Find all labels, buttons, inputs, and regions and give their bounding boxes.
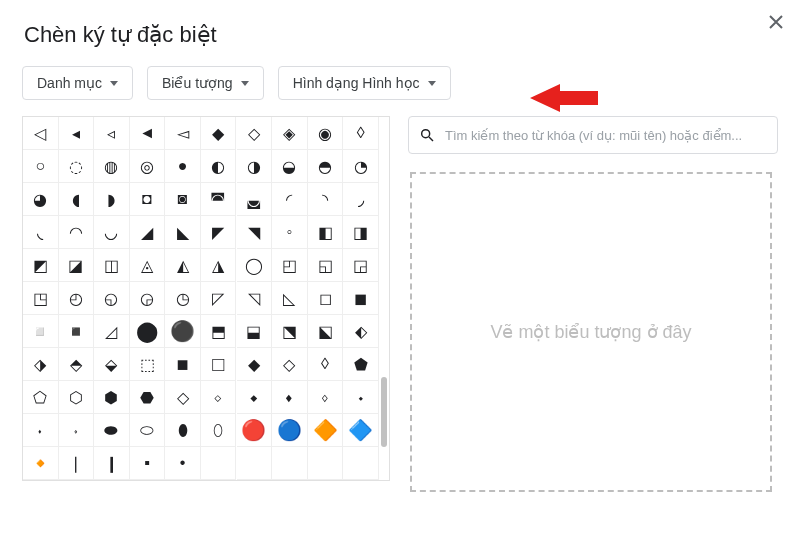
char-cell[interactable]: ◺	[272, 282, 308, 315]
char-cell[interactable]: ▪	[130, 447, 166, 480]
char-cell[interactable]: ⬪	[23, 414, 59, 447]
char-cell[interactable]: ◝	[308, 183, 344, 216]
char-cell[interactable]: ◤	[201, 216, 237, 249]
char-cell[interactable]: ◩	[23, 249, 59, 282]
char-cell[interactable]: ◎	[130, 150, 166, 183]
char-cell[interactable]: ⬙	[94, 348, 130, 381]
char-cell[interactable]: ◇	[165, 381, 201, 414]
char-cell[interactable]: ◑	[237, 150, 273, 183]
char-cell[interactable]: ⬒	[201, 315, 237, 348]
char-cell[interactable]: ◨	[343, 216, 379, 249]
char-cell[interactable]: ◦	[272, 216, 308, 249]
char-cell[interactable]: ⬚	[130, 348, 166, 381]
char-cell[interactable]: ⬔	[272, 315, 308, 348]
char-cell[interactable]: ❘	[59, 447, 95, 480]
char-cell[interactable]: ⬮	[165, 414, 201, 447]
char-cell[interactable]: ●	[165, 150, 201, 183]
char-cell[interactable]: ⬟	[343, 348, 379, 381]
char-cell[interactable]: ◥	[237, 216, 273, 249]
char-cell[interactable]: ⬘	[59, 348, 95, 381]
char-cell[interactable]: ◮	[201, 249, 237, 282]
char-cell[interactable]: ⬠	[23, 381, 59, 414]
char-cell[interactable]: 🔸	[23, 447, 59, 480]
char-cell[interactable]: ⬭	[130, 414, 166, 447]
char-cell[interactable]: ◙	[165, 183, 201, 216]
dropdown-category[interactable]: Danh mục	[22, 66, 133, 100]
char-cell[interactable]: ◗	[94, 183, 130, 216]
char-cell[interactable]: ◵	[94, 282, 130, 315]
char-cell[interactable]: ◣	[165, 216, 201, 249]
char-cell[interactable]: ⬯	[201, 414, 237, 447]
char-cell[interactable]: ◍	[94, 150, 130, 183]
char-cell[interactable]: ◇	[272, 348, 308, 381]
char-cell[interactable]: ■	[165, 348, 201, 381]
char-cell[interactable]: ⬬	[94, 414, 130, 447]
char-cell[interactable]: ⬣	[130, 381, 166, 414]
char-cell[interactable]: ◸	[201, 282, 237, 315]
char-cell[interactable]: ◿	[94, 315, 130, 348]
char-cell[interactable]: ⬥	[237, 381, 273, 414]
char-cell[interactable]: ◴	[59, 282, 95, 315]
char-cell[interactable]: ◃	[94, 117, 130, 150]
char-cell[interactable]: ◘	[130, 183, 166, 216]
char-cell[interactable]: ⬖	[343, 315, 379, 348]
char-cell[interactable]: •	[165, 447, 201, 480]
char-cell[interactable]: ◢	[130, 216, 166, 249]
char-cell[interactable]: ◟	[23, 216, 59, 249]
char-cell[interactable]: ◾	[59, 315, 95, 348]
char-cell[interactable]: ◆	[201, 117, 237, 150]
char-cell[interactable]: ◡	[94, 216, 130, 249]
char-cell[interactable]: ◓	[308, 150, 344, 183]
char-cell[interactable]: ◶	[130, 282, 166, 315]
char-cell[interactable]: ◁	[23, 117, 59, 150]
char-cell[interactable]: ◐	[201, 150, 237, 183]
char-cell[interactable]: ⚫	[165, 315, 201, 348]
char-cell[interactable]: ◊	[308, 348, 344, 381]
scrollbar-thumb[interactable]	[381, 377, 387, 447]
char-cell[interactable]: 🔵	[272, 414, 308, 447]
char-cell[interactable]: ◫	[94, 249, 130, 282]
char-cell[interactable]: ⬓	[237, 315, 273, 348]
char-cell[interactable]: ◚	[201, 183, 237, 216]
char-cell[interactable]: ◅	[165, 117, 201, 150]
char-cell[interactable]: ⬢	[94, 381, 130, 414]
close-button[interactable]	[764, 10, 788, 34]
char-cell[interactable]: ⬗	[23, 348, 59, 381]
char-cell[interactable]: ❙	[94, 447, 130, 480]
char-cell[interactable]: ◻	[308, 282, 344, 315]
char-cell[interactable]: ◇	[237, 117, 273, 150]
char-cell[interactable]: ◧	[308, 216, 344, 249]
char-cell[interactable]: ◷	[165, 282, 201, 315]
char-cell[interactable]: ◛	[237, 183, 273, 216]
draw-symbol-box[interactable]: Vẽ một biểu tượng ở đây	[410, 172, 772, 492]
char-cell[interactable]: ○	[23, 150, 59, 183]
char-cell[interactable]: ◰	[272, 249, 308, 282]
char-cell[interactable]: ⬧	[272, 381, 308, 414]
char-cell[interactable]: ◂	[59, 117, 95, 150]
char-cell[interactable]: ◼	[343, 282, 379, 315]
char-cell[interactable]: ⬤	[130, 315, 166, 348]
char-cell[interactable]: ◽	[23, 315, 59, 348]
char-cell[interactable]: ◬	[130, 249, 166, 282]
char-cell[interactable]: ◪	[59, 249, 95, 282]
char-cell[interactable]: ⬫	[59, 414, 95, 447]
char-cell[interactable]: ◲	[343, 249, 379, 282]
char-cell[interactable]: 🔶	[308, 414, 344, 447]
char-cell[interactable]: ⬩	[343, 381, 379, 414]
char-cell[interactable]: ◔	[343, 150, 379, 183]
dropdown-subcategory[interactable]: Biểu tượng	[147, 66, 264, 100]
char-cell[interactable]: ◖	[59, 183, 95, 216]
char-cell[interactable]: □	[201, 348, 237, 381]
char-cell[interactable]: ◞	[343, 183, 379, 216]
char-cell[interactable]: ◭	[165, 249, 201, 282]
char-cell[interactable]: ◄	[130, 117, 166, 150]
char-cell[interactable]: ◈	[272, 117, 308, 150]
char-cell[interactable]: ◒	[272, 150, 308, 183]
search-input[interactable]	[443, 127, 767, 144]
char-cell[interactable]: ◠	[59, 216, 95, 249]
char-cell[interactable]: ◯	[237, 249, 273, 282]
char-cell[interactable]: ◊	[343, 117, 379, 150]
char-cell[interactable]: ◜	[272, 183, 308, 216]
char-cell[interactable]: ◕	[23, 183, 59, 216]
char-cell[interactable]: ◌	[59, 150, 95, 183]
